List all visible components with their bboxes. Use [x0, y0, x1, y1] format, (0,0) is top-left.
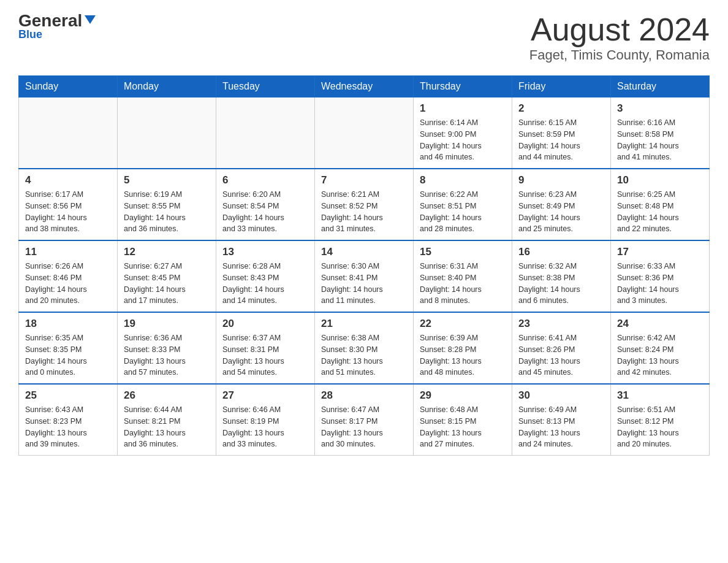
calendar-cell: 20Sunrise: 6:37 AM Sunset: 8:31 PM Dayli…	[216, 312, 315, 384]
day-number: 27	[222, 389, 308, 402]
day-info: Sunrise: 6:31 AM Sunset: 8:40 PM Dayligh…	[420, 261, 506, 307]
calendar-cell: 18Sunrise: 6:35 AM Sunset: 8:35 PM Dayli…	[19, 312, 118, 384]
day-info: Sunrise: 6:22 AM Sunset: 8:51 PM Dayligh…	[420, 189, 506, 235]
day-number: 3	[617, 102, 703, 115]
day-number: 8	[420, 174, 506, 186]
calendar-cell: 23Sunrise: 6:41 AM Sunset: 8:26 PM Dayli…	[512, 312, 611, 384]
day-info: Sunrise: 6:38 AM Sunset: 8:30 PM Dayligh…	[321, 332, 407, 378]
day-info: Sunrise: 6:51 AM Sunset: 8:12 PM Dayligh…	[617, 404, 703, 450]
main-title: August 2024	[529, 12, 710, 47]
calendar-cell: 5Sunrise: 6:19 AM Sunset: 8:55 PM Daylig…	[118, 169, 216, 240]
day-info: Sunrise: 6:27 AM Sunset: 8:45 PM Dayligh…	[124, 261, 210, 307]
day-info: Sunrise: 6:26 AM Sunset: 8:46 PM Dayligh…	[25, 261, 111, 307]
day-info: Sunrise: 6:21 AM Sunset: 8:52 PM Dayligh…	[321, 189, 407, 235]
calendar-cell: 28Sunrise: 6:47 AM Sunset: 8:17 PM Dayli…	[315, 384, 414, 456]
day-info: Sunrise: 6:47 AM Sunset: 8:17 PM Dayligh…	[321, 404, 407, 450]
day-info: Sunrise: 6:36 AM Sunset: 8:33 PM Dayligh…	[124, 332, 210, 378]
calendar-week-row: 4Sunrise: 6:17 AM Sunset: 8:56 PM Daylig…	[19, 169, 710, 240]
calendar-cell: 26Sunrise: 6:44 AM Sunset: 8:21 PM Dayli…	[118, 384, 216, 456]
day-number: 14	[321, 246, 407, 258]
logo-general: General	[18, 12, 82, 29]
logo-triangle-icon	[83, 13, 97, 26]
day-info: Sunrise: 6:25 AM Sunset: 8:48 PM Dayligh…	[617, 189, 703, 235]
calendar-cell: 25Sunrise: 6:43 AM Sunset: 8:23 PM Dayli…	[19, 384, 118, 456]
day-info: Sunrise: 6:15 AM Sunset: 8:59 PM Dayligh…	[518, 117, 604, 163]
day-info: Sunrise: 6:20 AM Sunset: 8:54 PM Dayligh…	[222, 189, 308, 235]
calendar-cell: 14Sunrise: 6:30 AM Sunset: 8:41 PM Dayli…	[315, 240, 414, 312]
calendar-header-saturday: Saturday	[611, 76, 710, 98]
calendar-cell: 21Sunrise: 6:38 AM Sunset: 8:30 PM Dayli…	[315, 312, 414, 384]
day-info: Sunrise: 6:23 AM Sunset: 8:49 PM Dayligh…	[518, 189, 604, 235]
svg-marker-0	[85, 15, 96, 24]
day-number: 4	[25, 174, 111, 186]
calendar-cell: 1Sunrise: 6:14 AM Sunset: 9:00 PM Daylig…	[414, 98, 512, 169]
calendar-cell: 24Sunrise: 6:42 AM Sunset: 8:24 PM Dayli…	[611, 312, 710, 384]
day-info: Sunrise: 6:46 AM Sunset: 8:19 PM Dayligh…	[222, 404, 308, 450]
day-info: Sunrise: 6:35 AM Sunset: 8:35 PM Dayligh…	[25, 332, 111, 378]
calendar-week-row: 1Sunrise: 6:14 AM Sunset: 9:00 PM Daylig…	[19, 98, 710, 169]
calendar-cell: 10Sunrise: 6:25 AM Sunset: 8:48 PM Dayli…	[611, 169, 710, 240]
day-info: Sunrise: 6:37 AM Sunset: 8:31 PM Dayligh…	[222, 332, 308, 378]
day-info: Sunrise: 6:17 AM Sunset: 8:56 PM Dayligh…	[25, 189, 111, 235]
day-info: Sunrise: 6:48 AM Sunset: 8:15 PM Dayligh…	[420, 404, 506, 450]
calendar-cell	[315, 98, 414, 169]
day-info: Sunrise: 6:32 AM Sunset: 8:38 PM Dayligh…	[518, 261, 604, 307]
calendar-cell: 29Sunrise: 6:48 AM Sunset: 8:15 PM Dayli…	[414, 384, 512, 456]
day-info: Sunrise: 6:39 AM Sunset: 8:28 PM Dayligh…	[420, 332, 506, 378]
calendar-cell: 22Sunrise: 6:39 AM Sunset: 8:28 PM Dayli…	[414, 312, 512, 384]
day-number: 18	[25, 318, 111, 330]
day-number: 20	[222, 318, 308, 330]
calendar-header-friday: Friday	[512, 76, 611, 98]
day-info: Sunrise: 6:43 AM Sunset: 8:23 PM Dayligh…	[25, 404, 111, 450]
calendar-cell	[118, 98, 216, 169]
calendar-cell	[216, 98, 315, 169]
day-info: Sunrise: 6:19 AM Sunset: 8:55 PM Dayligh…	[124, 189, 210, 235]
day-info: Sunrise: 6:28 AM Sunset: 8:43 PM Dayligh…	[222, 261, 308, 307]
calendar-table: SundayMondayTuesdayWednesdayThursdayFrid…	[18, 75, 710, 456]
calendar-header-wednesday: Wednesday	[315, 76, 414, 98]
calendar-header-tuesday: Tuesday	[216, 76, 315, 98]
day-info: Sunrise: 6:16 AM Sunset: 8:58 PM Dayligh…	[617, 117, 703, 163]
day-number: 30	[518, 389, 604, 402]
day-info: Sunrise: 6:30 AM Sunset: 8:41 PM Dayligh…	[321, 261, 407, 307]
day-number: 26	[124, 389, 210, 402]
calendar-cell: 8Sunrise: 6:22 AM Sunset: 8:51 PM Daylig…	[414, 169, 512, 240]
day-info: Sunrise: 6:49 AM Sunset: 8:13 PM Dayligh…	[518, 404, 604, 450]
calendar-week-row: 25Sunrise: 6:43 AM Sunset: 8:23 PM Dayli…	[19, 384, 710, 456]
calendar-cell: 27Sunrise: 6:46 AM Sunset: 8:19 PM Dayli…	[216, 384, 315, 456]
day-number: 15	[420, 246, 506, 258]
calendar-cell: 16Sunrise: 6:32 AM Sunset: 8:38 PM Dayli…	[512, 240, 611, 312]
day-number: 10	[617, 174, 703, 186]
calendar-header-monday: Monday	[118, 76, 216, 98]
day-number: 2	[518, 102, 604, 115]
day-number: 23	[518, 318, 604, 330]
calendar-cell: 17Sunrise: 6:33 AM Sunset: 8:36 PM Dayli…	[611, 240, 710, 312]
calendar-header-row: SundayMondayTuesdayWednesdayThursdayFrid…	[19, 76, 710, 98]
logo: General Blue	[18, 12, 97, 41]
calendar-week-row: 11Sunrise: 6:26 AM Sunset: 8:46 PM Dayli…	[19, 240, 710, 312]
day-number: 31	[617, 389, 703, 402]
day-number: 17	[617, 246, 703, 258]
calendar-cell: 3Sunrise: 6:16 AM Sunset: 8:58 PM Daylig…	[611, 98, 710, 169]
calendar-cell	[19, 98, 118, 169]
calendar-cell: 11Sunrise: 6:26 AM Sunset: 8:46 PM Dayli…	[19, 240, 118, 312]
day-number: 21	[321, 318, 407, 330]
day-number: 25	[25, 389, 111, 402]
day-number: 11	[25, 246, 111, 258]
day-info: Sunrise: 6:41 AM Sunset: 8:26 PM Dayligh…	[518, 332, 604, 378]
day-number: 12	[124, 246, 210, 258]
day-info: Sunrise: 6:14 AM Sunset: 9:00 PM Dayligh…	[420, 117, 506, 163]
calendar-cell: 15Sunrise: 6:31 AM Sunset: 8:40 PM Dayli…	[414, 240, 512, 312]
calendar-cell: 30Sunrise: 6:49 AM Sunset: 8:13 PM Dayli…	[512, 384, 611, 456]
day-number: 1	[420, 102, 506, 115]
day-info: Sunrise: 6:42 AM Sunset: 8:24 PM Dayligh…	[617, 332, 703, 378]
calendar-cell: 12Sunrise: 6:27 AM Sunset: 8:45 PM Dayli…	[118, 240, 216, 312]
calendar-week-row: 18Sunrise: 6:35 AM Sunset: 8:35 PM Dayli…	[19, 312, 710, 384]
day-info: Sunrise: 6:44 AM Sunset: 8:21 PM Dayligh…	[124, 404, 210, 450]
calendar-cell: 13Sunrise: 6:28 AM Sunset: 8:43 PM Dayli…	[216, 240, 315, 312]
calendar-cell: 6Sunrise: 6:20 AM Sunset: 8:54 PM Daylig…	[216, 169, 315, 240]
title-area: August 2024 Faget, Timis County, Romania	[529, 12, 710, 63]
calendar-cell: 31Sunrise: 6:51 AM Sunset: 8:12 PM Dayli…	[611, 384, 710, 456]
day-number: 24	[617, 318, 703, 330]
calendar-cell: 7Sunrise: 6:21 AM Sunset: 8:52 PM Daylig…	[315, 169, 414, 240]
